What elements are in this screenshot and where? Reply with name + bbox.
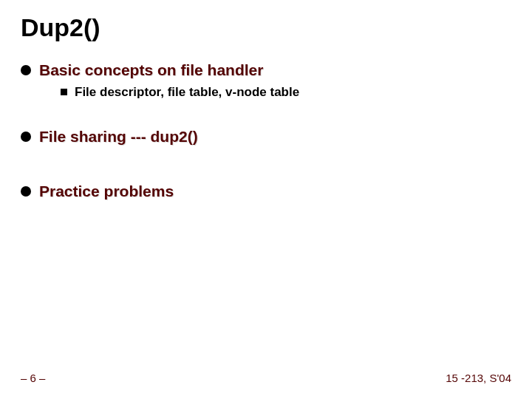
bullet-text: Practice problems [39, 183, 174, 200]
bullet-item: Basic concepts on file handler [21, 61, 511, 79]
footer: – 6 – 15 -213, S'04 [21, 372, 511, 384]
bullet-text: File sharing --- dup2() [39, 128, 198, 146]
bullet-dot-icon [21, 186, 31, 197]
bullet-text: Basic concepts on file handler [39, 61, 263, 79]
slide-title: Dup2() [21, 13, 511, 42]
page-number: – 6 – [21, 372, 45, 384]
sub-bullet-list: File descriptor, file table, v-node tabl… [61, 85, 511, 100]
bullet-item: File sharing --- dup2() [21, 128, 511, 146]
slide: Dup2() Basic concepts on file handler Fi… [0, 0, 532, 399]
bullet-square-icon [61, 89, 67, 95]
sub-bullet-item: File descriptor, file table, v-node tabl… [61, 85, 511, 100]
course-code: 15 -213, S'04 [446, 372, 511, 384]
bullet-dot-icon [21, 65, 31, 75]
bullet-item: Practice problems [21, 183, 511, 200]
sub-bullet-text: File descriptor, file table, v-node tabl… [75, 85, 299, 100]
bullet-dot-icon [21, 132, 31, 142]
bullet-list: Basic concepts on file handler File desc… [21, 61, 511, 200]
